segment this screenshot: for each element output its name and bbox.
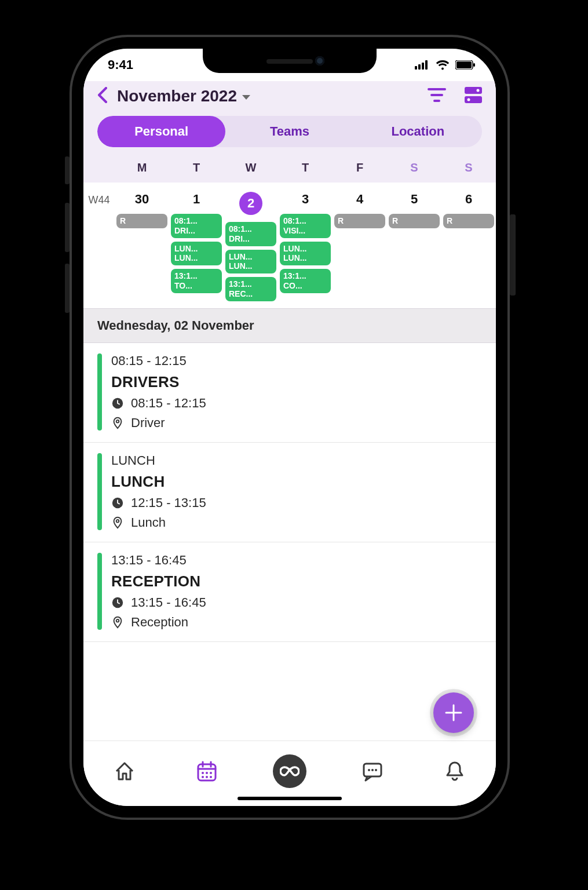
nav-center-button[interactable] <box>273 754 306 788</box>
calendar-icon <box>195 760 218 783</box>
weekday-wed: W <box>224 161 278 174</box>
weekday-header: M T W T F S S <box>83 155 496 183</box>
day-cell[interactable]: 6R <box>441 188 496 301</box>
week-row: W44 30R108:1...DRI...LUN...LUN...13:1...… <box>83 183 496 308</box>
status-time: 9:41 <box>108 57 133 72</box>
chat-icon <box>361 760 384 783</box>
svg-point-16 <box>116 619 119 622</box>
svg-point-18 <box>202 772 204 774</box>
day-cell[interactable]: 4R <box>333 188 387 301</box>
shift-pill[interactable]: LUN...LUN... <box>171 242 222 266</box>
shift-pill[interactable]: 08:1...DRI... <box>171 214 222 238</box>
home-icon <box>113 760 136 783</box>
rest-pill[interactable]: R <box>334 214 385 228</box>
day-number: 1 <box>171 188 222 210</box>
svg-point-12 <box>116 420 119 423</box>
day-number: 30 <box>116 188 167 210</box>
shift-pill[interactable]: 13:1...REC... <box>225 277 276 301</box>
pin-icon <box>111 516 124 529</box>
back-icon[interactable] <box>97 87 109 105</box>
weekday-thu: T <box>278 161 333 174</box>
event-card[interactable]: 08:15 - 12:15DRIVERS08:15 - 12:15Driver <box>83 343 496 443</box>
shift-pill[interactable]: 08:1...DRI... <box>225 222 276 246</box>
month-title[interactable]: November 2022 <box>117 87 251 105</box>
svg-point-21 <box>202 776 204 778</box>
event-color-bar <box>97 353 102 431</box>
wifi-icon <box>436 60 450 70</box>
event-card[interactable]: 13:15 - 16:45RECEPTION13:15 - 16:45Recep… <box>83 542 496 642</box>
nav-messages[interactable] <box>356 755 389 787</box>
week-number: W44 <box>83 188 115 301</box>
event-title: LUNCH <box>111 473 482 491</box>
shift-pill[interactable]: 13:1...CO... <box>280 269 331 293</box>
home-indicator[interactable] <box>238 797 342 800</box>
day-number: 4 <box>334 188 385 210</box>
svg-point-23 <box>210 776 212 778</box>
tab-personal[interactable]: Personal <box>97 116 225 147</box>
nav-home[interactable] <box>108 755 141 787</box>
day-number: 2 <box>225 188 276 218</box>
event-title: DRIVERS <box>111 373 482 391</box>
tab-teams[interactable]: Teams <box>225 116 353 147</box>
rest-pill[interactable]: R <box>389 214 440 228</box>
svg-rect-1 <box>418 64 421 70</box>
svg-point-14 <box>116 520 119 523</box>
day-number: 6 <box>443 188 494 210</box>
svg-point-25 <box>368 769 370 771</box>
chevron-down-icon <box>242 94 251 101</box>
event-location-row: Lunch <box>111 515 482 530</box>
day-cell[interactable]: 108:1...DRI...LUN...LUN...13:1...TO... <box>169 188 224 301</box>
filter-icon[interactable] <box>428 87 446 105</box>
event-time-row: 08:15 - 12:15 <box>111 396 482 411</box>
event-list[interactable]: 08:15 - 12:15DRIVERS08:15 - 12:15DriverL… <box>83 343 496 741</box>
event-location-row: Driver <box>111 415 482 431</box>
pin-icon <box>111 417 124 429</box>
weekday-sat: S <box>387 161 441 174</box>
shift-pill[interactable]: LUN...LUN... <box>225 250 276 274</box>
shift-pill[interactable]: 08:1...VISI... <box>280 214 331 238</box>
clock-icon <box>111 596 124 609</box>
svg-point-9 <box>477 89 480 92</box>
svg-rect-3 <box>425 60 428 70</box>
event-card[interactable]: LUNCHLUNCH12:15 - 13:15Lunch <box>83 443 496 542</box>
clock-icon <box>111 497 124 509</box>
day-cell[interactable]: 5R <box>387 188 441 301</box>
day-cell[interactable]: 30R <box>115 188 169 301</box>
view-toggle-icon[interactable] <box>465 87 482 105</box>
shift-pill[interactable]: LUN...LUN... <box>280 242 331 266</box>
event-timespan: 13:15 - 16:45 <box>111 553 482 568</box>
event-timespan: 08:15 - 12:15 <box>111 353 482 369</box>
event-time-row: 13:15 - 16:45 <box>111 595 482 610</box>
event-title: RECEPTION <box>111 572 482 590</box>
svg-rect-5 <box>456 61 472 68</box>
nav-notifications[interactable] <box>439 755 471 787</box>
svg-point-20 <box>210 772 212 774</box>
svg-point-27 <box>375 769 377 771</box>
rest-pill[interactable]: R <box>443 214 494 228</box>
phone-frame: 9:41 November 2022 <box>70 35 510 820</box>
weekday-tue: T <box>169 161 224 174</box>
svg-point-19 <box>206 772 208 774</box>
svg-point-22 <box>206 776 208 778</box>
svg-point-10 <box>468 99 470 101</box>
add-event-button[interactable] <box>433 692 474 733</box>
event-timespan: LUNCH <box>111 453 482 468</box>
nav-calendar[interactable] <box>191 755 223 787</box>
weekday-mon: M <box>115 161 169 174</box>
event-location-row: Reception <box>111 615 482 630</box>
day-cell[interactable]: 308:1...VISI...LUN...LUN...13:1...CO... <box>278 188 333 301</box>
day-cell[interactable]: 208:1...DRI...LUN...LUN...13:1...REC... <box>224 188 278 301</box>
view-segmented-control: Personal Teams Location <box>97 116 482 147</box>
tab-location[interactable]: Location <box>354 116 482 147</box>
shift-pill[interactable]: 13:1...TO... <box>171 269 222 293</box>
selected-date-bar: Wednesday, 02 November <box>83 308 496 343</box>
svg-rect-0 <box>415 66 417 70</box>
infinity-icon <box>280 765 300 777</box>
event-color-bar <box>97 553 102 630</box>
plus-icon <box>444 703 463 723</box>
weekday-fri: F <box>333 161 387 174</box>
day-number: 3 <box>280 188 331 210</box>
cellular-icon <box>415 60 430 70</box>
svg-rect-2 <box>422 63 424 70</box>
rest-pill[interactable]: R <box>116 214 167 228</box>
